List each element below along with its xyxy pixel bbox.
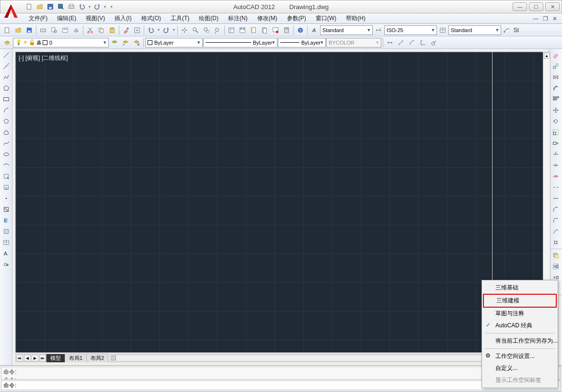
h-scroll-thumb[interactable] xyxy=(111,356,116,360)
menu-edit[interactable]: 编辑(E) xyxy=(52,13,81,23)
explode-icon[interactable] xyxy=(551,237,561,248)
ellipsearc-icon[interactable] xyxy=(1,160,11,171)
sheetset-button[interactable] xyxy=(259,25,270,35)
3ddwf-button[interactable] xyxy=(71,25,81,35)
scroll-up-icon[interactable]: ▲ xyxy=(544,53,550,58)
point-icon[interactable] xyxy=(1,193,11,204)
tab-next-icon[interactable]: ▶ xyxy=(32,355,38,361)
qat-dropdown-icon[interactable]: ▼ xyxy=(110,5,114,9)
dim-arc-icon[interactable] xyxy=(407,37,417,48)
redo-icon[interactable] xyxy=(92,2,102,12)
linetype-combo[interactable]: ByLayer▾ xyxy=(203,38,277,47)
dim-ordinate-icon[interactable] xyxy=(418,37,428,48)
color-combo[interactable]: ByLayer▾ xyxy=(145,38,203,47)
breakpoint-icon[interactable] xyxy=(551,171,561,182)
menu-3d-modeling[interactable]: 三维建模 xyxy=(483,294,557,308)
undo-dropdown-icon[interactable]: ▼ xyxy=(88,5,92,9)
cut-button[interactable] xyxy=(85,25,95,35)
undo-button[interactable] xyxy=(146,25,156,35)
insertblock-icon[interactable] xyxy=(1,171,11,182)
draworder-icon[interactable] xyxy=(551,250,561,261)
zoom-window-button[interactable] xyxy=(201,25,212,35)
text-style-combo[interactable]: Standard▾ xyxy=(320,25,373,35)
plotstyle-combo[interactable]: BYCOLOR▾ xyxy=(326,38,381,47)
markup-button[interactable] xyxy=(270,25,281,35)
menu-drafting[interactable]: 草图与注释 xyxy=(483,308,557,320)
saveas-icon[interactable] xyxy=(56,2,66,12)
trim-icon[interactable] xyxy=(551,149,561,160)
zoom-realtime-button[interactable] xyxy=(190,25,201,35)
help-button[interactable]: ? xyxy=(295,25,306,35)
textstyle-icon[interactable]: A xyxy=(309,25,320,35)
publish-button[interactable] xyxy=(60,25,70,35)
xline-icon[interactable] xyxy=(1,61,11,71)
new-button[interactable] xyxy=(2,25,12,35)
layer-iso-icon[interactable] xyxy=(131,37,142,48)
menu-customize[interactable]: 自定义... xyxy=(483,362,557,374)
tab-last-icon[interactable]: ⏭ xyxy=(39,355,46,361)
extend-icon[interactable] xyxy=(551,160,561,171)
blockeditor-button[interactable] xyxy=(132,25,142,35)
tab-layout2[interactable]: 布局2 xyxy=(86,354,108,362)
tab-layout1[interactable]: 布局1 xyxy=(65,354,87,362)
dim-radius-icon[interactable] xyxy=(429,37,439,48)
save-icon[interactable] xyxy=(46,2,55,12)
designcenter-button[interactable] xyxy=(237,25,248,35)
menu-modify[interactable]: 修改(M) xyxy=(252,13,282,23)
offset-icon[interactable] xyxy=(551,83,561,93)
polyline-icon[interactable] xyxy=(1,72,11,82)
gradient-icon[interactable] xyxy=(1,215,11,226)
menu-show-label[interactable]: 显示工作空间标签 xyxy=(483,374,557,386)
viewport-label[interactable]: [-] [俯视] [二维线框] xyxy=(19,54,68,62)
layer-prev-icon[interactable] xyxy=(120,37,131,48)
rectangle-icon[interactable] xyxy=(1,94,11,104)
copy-button[interactable] xyxy=(96,25,106,35)
redo-dropdown-icon[interactable]: ▼ xyxy=(103,5,107,9)
command-input[interactable]: 命令: ◀ ▶ xyxy=(1,380,561,390)
line-icon[interactable] xyxy=(1,50,11,60)
app-menu-icon[interactable] xyxy=(1,1,21,21)
polygon-icon[interactable] xyxy=(1,83,11,93)
h-scroll-track[interactable] xyxy=(110,355,530,361)
menu-dim[interactable]: 标注(N) xyxy=(223,13,252,23)
toolpalette-button[interactable] xyxy=(248,25,259,35)
plot-button[interactable] xyxy=(38,25,48,35)
dim-linear-icon[interactable] xyxy=(385,37,395,48)
arc-icon[interactable] xyxy=(1,105,11,115)
menu-classic[interactable]: ✓AutoCAD 经典 xyxy=(483,320,557,332)
open-icon[interactable] xyxy=(35,2,45,12)
layer-states-icon[interactable] xyxy=(109,37,120,48)
drawing-canvas[interactable]: [-] [俯视] [二维线框] xyxy=(15,52,546,353)
circle-icon[interactable] xyxy=(1,116,11,127)
tab-prev-icon[interactable]: ◀ xyxy=(24,355,31,361)
plot-icon[interactable] xyxy=(67,2,76,12)
menu-window[interactable]: 窗口(W) xyxy=(311,13,341,23)
match-button[interactable] xyxy=(121,25,131,35)
blend-icon[interactable] xyxy=(551,226,561,237)
mtext-icon[interactable]: A xyxy=(1,248,11,259)
group-icon[interactable] xyxy=(551,261,561,272)
fillet-icon[interactable] xyxy=(551,215,561,226)
menu-3d-basics[interactable]: 三维基础 xyxy=(483,282,557,294)
redo-dd-icon[interactable]: ▼ xyxy=(172,28,176,32)
doc-minimize-icon[interactable]: — xyxy=(531,15,540,22)
save-button[interactable] xyxy=(24,25,34,35)
layer-properties-icon[interactable] xyxy=(2,37,12,48)
rotate-icon[interactable] xyxy=(551,116,561,127)
copy-obj-icon[interactable] xyxy=(551,61,561,71)
menu-format[interactable]: 格式(O) xyxy=(137,13,166,23)
stretch-icon[interactable] xyxy=(551,138,561,149)
mirror-icon[interactable] xyxy=(551,72,561,82)
menu-insert[interactable]: 插入(I) xyxy=(110,13,136,23)
paste-button[interactable] xyxy=(107,25,117,35)
makeblock-icon[interactable]: A xyxy=(1,182,11,193)
menu-help[interactable]: 帮助(H) xyxy=(341,13,370,23)
new-icon[interactable] xyxy=(24,2,34,12)
dim-aligned-icon[interactable] xyxy=(396,37,406,48)
minimize-button[interactable]: — xyxy=(513,2,527,11)
scale-icon[interactable] xyxy=(551,127,561,138)
move-icon[interactable] xyxy=(551,105,561,115)
chamfer-icon[interactable] xyxy=(551,204,561,215)
menu-save-workspace[interactable]: 将当前工作空间另存为... xyxy=(483,335,557,347)
break-icon[interactable] xyxy=(551,182,561,193)
